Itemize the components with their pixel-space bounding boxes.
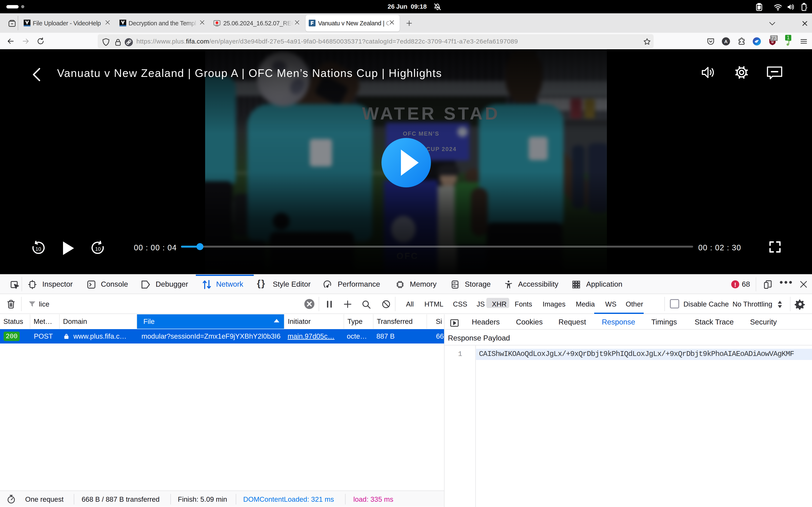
svg-text:A: A <box>724 39 728 44</box>
svg-text:10: 10 <box>95 246 101 252</box>
svg-text:10: 10 <box>36 246 41 252</box>
